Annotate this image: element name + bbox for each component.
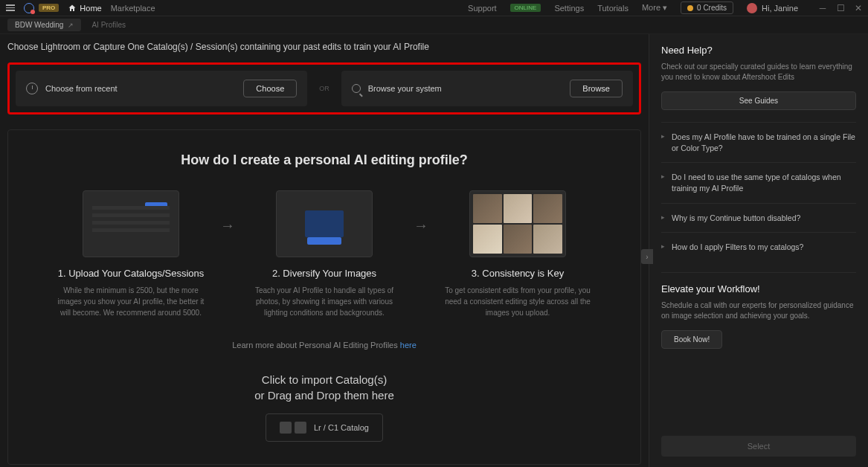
content-area: Choose Lightroom or Capture One Catalog(… bbox=[0, 34, 649, 467]
steps-row: 1. Upload Your Catalogs/Sessions While t… bbox=[30, 190, 618, 318]
step-1: 1. Upload Your Catalogs/Sessions While t… bbox=[57, 190, 205, 318]
step-1-title: 1. Upload Your Catalogs/Sessions bbox=[57, 268, 205, 279]
minimize-icon[interactable]: ─ bbox=[819, 4, 826, 12]
step-1-desc: While the minimum is 2500, but the more … bbox=[57, 285, 205, 318]
app-logo-icon bbox=[24, 3, 34, 13]
close-icon[interactable]: ✕ bbox=[855, 4, 862, 12]
home-icon bbox=[68, 4, 77, 13]
faq-item-3[interactable]: Why is my Continue button disabled? bbox=[661, 203, 856, 233]
clock-icon bbox=[26, 83, 38, 94]
book-now-button[interactable]: Book Now! bbox=[661, 330, 722, 349]
learn-more-prefix: Learn more about Personal AI Editing Pro… bbox=[232, 341, 400, 350]
topbar-left: PRO Home Marketplace bbox=[6, 3, 155, 13]
step-2-desc: Teach your AI Profile to handle all type… bbox=[250, 285, 399, 318]
greeting-text: Hi, Janine bbox=[762, 4, 798, 13]
import-zone[interactable]: Click to import Catalog(s) or Drag and D… bbox=[30, 372, 618, 442]
import-title-line2: or Drag and Drop them here bbox=[30, 387, 618, 403]
import-chip-text: Lr / C1 Catalog bbox=[314, 423, 369, 432]
guide-title: How do I create a personal AI editing pr… bbox=[30, 152, 618, 168]
or-divider: OR bbox=[315, 85, 334, 92]
lightroom-icon bbox=[280, 422, 292, 434]
sidebar-collapse-handle[interactable]: › bbox=[641, 249, 653, 264]
user-chip[interactable]: Hi, Janine bbox=[747, 3, 798, 13]
avatar bbox=[747, 3, 757, 13]
catalog-selectors: Choose from recent Choose OR Browse your… bbox=[7, 62, 641, 115]
faq-item-1[interactable]: Does my AI Profile have to be trained on… bbox=[661, 122, 856, 162]
learn-more-link[interactable]: here bbox=[400, 341, 417, 350]
recent-selector: Choose from recent Choose bbox=[16, 71, 307, 106]
menu-icon[interactable] bbox=[6, 4, 15, 11]
see-guides-button[interactable]: See Guides bbox=[661, 91, 856, 110]
step-3: 3. Consistency is Key To get consistent … bbox=[443, 190, 592, 318]
topbar: PRO Home Marketplace Support ONLINE Sett… bbox=[0, 0, 868, 16]
topbar-right: Support ONLINE Settings Tutorials More ▾… bbox=[468, 1, 862, 14]
recent-label: Choose from recent bbox=[45, 84, 236, 93]
import-chip[interactable]: Lr / C1 Catalog bbox=[266, 413, 383, 442]
support-link[interactable]: Support bbox=[468, 4, 497, 13]
window-controls: ─ ☐ ✕ bbox=[819, 4, 862, 12]
help-title: Need Help? bbox=[661, 45, 856, 56]
learn-more: Learn more about Personal AI Editing Pro… bbox=[30, 341, 618, 350]
credits-text: 0 Credits bbox=[697, 4, 727, 12]
pro-badge: PRO bbox=[39, 4, 59, 12]
step-2-thumbnail bbox=[276, 190, 373, 257]
step-2-title: 2. Diversify Your Images bbox=[250, 268, 399, 279]
step-3-desc: To get consistent edits from your profil… bbox=[443, 285, 592, 318]
help-sidebar: Need Help? Check out our specially curat… bbox=[649, 34, 868, 467]
step-3-title: 3. Consistency is Key bbox=[443, 268, 592, 279]
subbar: BDW Wedding ↗ AI Profiles bbox=[0, 16, 868, 34]
chevron-right-icon: › bbox=[646, 253, 648, 261]
elevate-desc: Schedule a call with our experts for per… bbox=[661, 300, 856, 321]
credits-badge[interactable]: 0 Credits bbox=[681, 1, 733, 14]
more-dropdown[interactable]: More ▾ bbox=[642, 3, 667, 13]
captureone-icon bbox=[295, 422, 306, 434]
breadcrumb[interactable]: AI Profiles bbox=[91, 21, 126, 29]
search-icon bbox=[352, 84, 361, 93]
faq-item-4[interactable]: How do I apply Filters to my catalogs? bbox=[661, 232, 856, 262]
project-name: BDW Wedding bbox=[15, 21, 63, 29]
settings-link[interactable]: Settings bbox=[554, 4, 584, 13]
browse-selector: Browse your system Browse bbox=[341, 71, 633, 106]
main-layout: Choose Lightroom or Capture One Catalog(… bbox=[0, 34, 868, 467]
tutorials-link[interactable]: Tutorials bbox=[597, 4, 629, 13]
select-button[interactable]: Select bbox=[661, 436, 856, 457]
choose-button[interactable]: Choose bbox=[243, 80, 297, 97]
online-badge: ONLINE bbox=[510, 4, 541, 12]
credit-icon bbox=[687, 5, 693, 11]
logo[interactable]: PRO bbox=[24, 3, 59, 13]
instruction-text: Choose Lightroom or Capture One Catalog(… bbox=[7, 42, 641, 52]
arrow-icon: → bbox=[220, 190, 235, 234]
marketplace-link[interactable]: Marketplace bbox=[111, 4, 155, 13]
browse-label: Browse your system bbox=[368, 84, 563, 93]
catalog-icons bbox=[280, 422, 306, 434]
browse-button[interactable]: Browse bbox=[570, 80, 623, 97]
faq-item-2[interactable]: Do I need to use the same type of catalo… bbox=[661, 162, 856, 202]
import-title-line1: Click to import Catalog(s) bbox=[30, 372, 618, 387]
home-link[interactable]: Home bbox=[68, 4, 101, 13]
step-1-thumbnail bbox=[83, 190, 179, 257]
step-2: 2. Diversify Your Images Teach your AI P… bbox=[250, 190, 399, 318]
maximize-icon[interactable]: ☐ bbox=[837, 4, 844, 12]
arrow-icon: → bbox=[414, 190, 428, 234]
elevate-section: Elevate your Workflow! Schedule a call w… bbox=[661, 272, 856, 361]
guide-container: How do I create a personal AI editing pr… bbox=[7, 129, 641, 465]
project-chip[interactable]: BDW Wedding ↗ bbox=[7, 19, 81, 31]
external-link-icon: ↗ bbox=[68, 22, 74, 29]
elevate-title: Elevate your Workflow! bbox=[661, 283, 856, 294]
help-desc: Check out our specially curated guides t… bbox=[661, 62, 856, 83]
home-label: Home bbox=[80, 4, 101, 13]
step-3-thumbnail bbox=[469, 190, 566, 257]
